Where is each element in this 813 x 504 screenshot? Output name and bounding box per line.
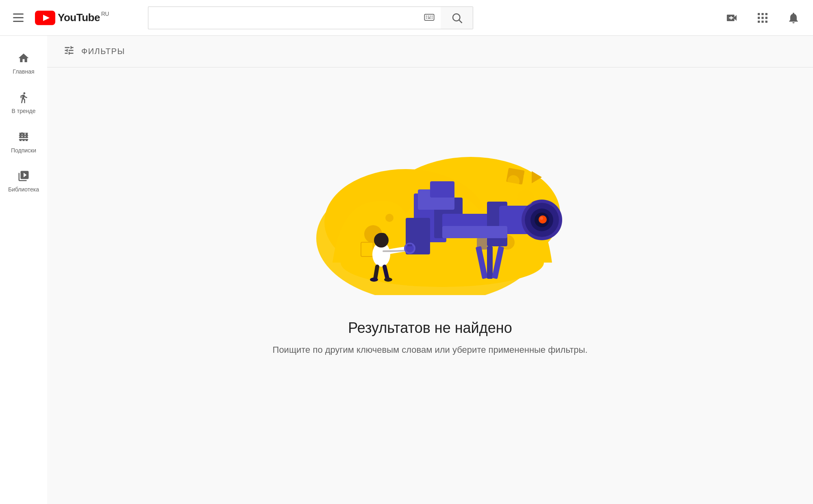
svg-point-69 [517,189,534,206]
search-area: igrorandom отзывы [148,7,473,29]
svg-rect-20 [758,20,760,22]
svg-rect-27 [21,132,23,134]
search-input-wrapper: igrorandom отзывы [148,7,441,29]
header-right [706,8,803,28]
svg-line-11 [459,20,462,23]
svg-point-62 [370,278,378,282]
search-button[interactable] [441,7,473,29]
svg-rect-46 [430,181,454,198]
svg-rect-23 [19,132,28,134]
header-left: YouTubeRU [10,10,148,25]
search-input[interactable]: igrorandom отзывы [148,13,418,23]
no-results-illustration [292,92,568,303]
sidebar-item-home[interactable]: Главная [2,44,46,83]
no-results-title: Результатов не найдено [348,319,512,337]
home-icon [17,52,30,64]
svg-rect-66 [407,244,412,246]
svg-rect-24 [19,135,28,136]
hamburger-line-1 [13,13,24,15]
svg-rect-2 [424,14,434,20]
svg-rect-13 [729,17,733,18]
ru-badge: RU [101,11,109,17]
youtube-icon [35,11,55,25]
svg-rect-55 [487,246,493,279]
svg-rect-14 [758,13,760,15]
sidebar: Главная В тренде Подписки [0,36,47,504]
svg-rect-58 [477,238,487,250]
sidebar-item-library-label: Библиотека [8,186,39,193]
subscriptions-icon [17,131,30,143]
create-video-icon [725,11,738,24]
apps-button[interactable] [753,8,772,28]
no-results-subtitle: Поищите по другим ключевым словам или уб… [273,345,588,355]
svg-rect-57 [361,242,373,256]
sidebar-item-trending[interactable]: В тренде [2,83,46,123]
svg-point-53 [540,217,543,220]
svg-point-70 [507,175,520,187]
filter-icon [63,45,75,59]
library-icon [17,170,30,182]
svg-rect-16 [765,13,767,15]
svg-rect-18 [761,17,763,19]
header: YouTubeRU igrorandom отзывы [0,0,813,36]
youtube-logo[interactable]: YouTubeRU [35,11,100,25]
svg-rect-9 [432,17,433,18]
svg-rect-7 [426,17,427,18]
svg-rect-17 [758,17,760,19]
svg-rect-19 [765,17,767,19]
search-icon [451,12,463,24]
svg-point-10 [453,14,460,21]
svg-rect-26 [19,139,28,140]
hamburger-line-3 [13,21,24,22]
notifications-button[interactable] [784,8,803,28]
svg-rect-3 [426,16,427,17]
main-content: ФИЛЬТРЫ [47,36,813,504]
svg-rect-8 [428,17,431,18]
svg-rect-6 [432,16,433,17]
filters-label: ФИЛЬТРЫ [81,47,125,56]
no-results-svg [292,100,568,295]
notifications-icon [787,11,800,24]
svg-point-52 [539,215,547,224]
no-results-container: Результатов не найдено Поищите по другим… [47,67,813,388]
hamburger-line-2 [13,17,24,18]
filters-bar: ФИЛЬТРЫ [47,36,813,67]
svg-rect-5 [430,16,430,17]
keyboard-icon-button[interactable] [418,11,441,24]
svg-rect-47 [442,226,507,238]
svg-point-63 [384,278,392,282]
menu-toggle-button[interactable] [10,10,27,25]
svg-point-38 [385,214,393,222]
svg-rect-15 [761,13,763,15]
svg-rect-25 [19,137,28,138]
youtube-wordmark: YouTubeRU [58,11,100,24]
sidebar-item-subscriptions[interactable]: Подписки [2,123,46,162]
create-video-button[interactable] [722,8,741,28]
sidebar-item-library[interactable]: Библиотека [2,162,46,201]
svg-rect-4 [428,16,429,17]
svg-point-61 [378,233,387,239]
keyboard-icon [424,11,435,23]
sidebar-item-home-label: Главная [13,68,34,75]
sidebar-item-subscriptions-label: Подписки [11,147,36,154]
svg-rect-22 [765,20,767,22]
svg-rect-21 [761,20,763,22]
trending-icon [17,91,30,104]
sidebar-item-trending-label: В тренде [12,108,36,115]
apps-icon [756,11,769,24]
search-form[interactable]: igrorandom отзывы [148,7,473,29]
